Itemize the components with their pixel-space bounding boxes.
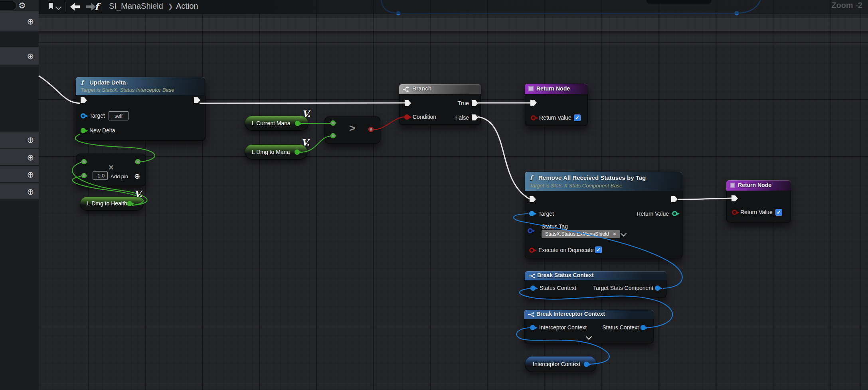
exec-out-pin[interactable]	[194, 97, 200, 103]
node-break-interceptor-context[interactable]: Break Interceptor Context Interceptor Co…	[524, 310, 654, 343]
variable-out-pin[interactable]	[295, 121, 300, 126]
node-return-2[interactable]: Return Node Return Value ✓	[726, 180, 791, 223]
circle-plus-icon[interactable]: ⊕	[27, 52, 34, 60]
add-pin-icon[interactable]: ⊕	[134, 173, 140, 180]
add-pin-label[interactable]: Add pin	[111, 173, 128, 179]
compare-input-b-pin[interactable]	[330, 133, 336, 138]
true-exec-pin[interactable]	[472, 100, 478, 106]
gameplay-tag-chip[interactable]: StatsX.Status.ExManaShield✕	[542, 230, 620, 238]
node-return-1[interactable]: Return Node Return Value ✓	[525, 84, 588, 126]
exec-in-pin[interactable]	[732, 195, 738, 201]
node-multiply[interactable]: × -1,0 Add pin ⊕	[76, 154, 146, 186]
tag-dropdown-chevron-icon[interactable]	[621, 230, 627, 237]
node-title: Return Node	[536, 85, 570, 92]
variable-out-pin[interactable]	[584, 362, 589, 367]
node-break-status-context[interactable]: Break Status Context Status Context Targ…	[525, 271, 666, 298]
back-arrow-icon[interactable]	[70, 2, 80, 11]
circle-plus-icon[interactable]: ⊕	[27, 136, 34, 144]
return-value-pin[interactable]	[531, 115, 536, 120]
node-title: Update Delta	[89, 79, 126, 86]
exec-in-pin[interactable]	[530, 100, 537, 106]
variable-label: L Current Mana	[252, 120, 291, 126]
node-get-dmg-to-mana[interactable]: L Dmg to Mana	[245, 144, 308, 160]
sidebar-header: ⚙	[0, 0, 39, 11]
node-header[interactable]	[399, 84, 481, 94]
function-icon: f	[81, 79, 83, 87]
new-delta-pin[interactable]	[81, 128, 86, 133]
pin-label: Return Value	[539, 114, 571, 121]
variable-label: L Dmg to Health	[87, 200, 127, 207]
pin-label: Return Value	[637, 211, 669, 217]
bookmark-icon[interactable]	[48, 2, 54, 10]
target-stats-component-out-pin[interactable]	[655, 286, 660, 291]
expand-node-chevron-icon[interactable]	[586, 334, 592, 340]
toolbar-separator	[101, 2, 101, 12]
multiply-literal-value[interactable]: -1,0	[93, 171, 108, 180]
exec-in-pin[interactable]	[530, 196, 536, 202]
variable-badge: V.	[302, 108, 310, 119]
function-icon: f	[95, 1, 99, 12]
tag-remove-icon[interactable]: ✕	[613, 231, 617, 237]
pin-label: True	[458, 100, 469, 106]
exec-out-pin[interactable]	[671, 196, 678, 202]
pin-label: False	[455, 114, 469, 121]
exec-in-pin[interactable]	[405, 100, 411, 106]
target-default-value[interactable]: self	[109, 111, 129, 120]
target-pin[interactable]	[81, 113, 86, 118]
sidebar-category-row[interactable]: ⊕	[0, 132, 39, 148]
compare-input-a-pin[interactable]	[330, 120, 336, 126]
return-value-pin[interactable]	[672, 211, 677, 216]
pin-label: Condition	[413, 114, 436, 120]
status-tag-pin[interactable]	[528, 228, 533, 233]
node-remove-statuses[interactable]: f Remove All Received Statuses by Tag Ta…	[525, 172, 682, 258]
circle-plus-icon[interactable]: ⊕	[27, 153, 34, 162]
node-greater-than[interactable]: >	[324, 116, 380, 144]
node-get-interceptor-context[interactable]: Interceptor Context	[525, 356, 597, 372]
sidebar-category-row[interactable]: ⊕	[0, 166, 39, 183]
execute-checkbox[interactable]: ✓	[595, 246, 602, 253]
return-value-pin[interactable]	[732, 210, 737, 215]
multiply-input-b-pin[interactable]	[81, 173, 87, 178]
sidebar-category-row[interactable]: ⊕	[0, 149, 39, 165]
greater-than-icon: >	[349, 122, 355, 134]
compare-output-pin[interactable]	[368, 127, 374, 132]
node-get-current-mana[interactable]: L Current Mana	[245, 116, 308, 131]
circle-plus-icon[interactable]: ⊕	[27, 187, 34, 196]
breadcrumb-current[interactable]: Action	[176, 2, 198, 11]
sidebar-category-row[interactable]: ⊕	[0, 47, 39, 65]
exec-in-pin[interactable]	[81, 97, 87, 103]
breadcrumb-root[interactable]: SI_ManaShield	[109, 2, 163, 11]
gear-icon[interactable]: ⚙	[18, 0, 26, 11]
multiply-icon: ×	[109, 162, 114, 173]
multiply-input-a-pin[interactable]	[81, 159, 87, 164]
node-update-delta[interactable]: f Update Delta Target is StatsX: Status …	[76, 77, 206, 141]
break-struct-icon	[528, 312, 535, 317]
variable-out-pin[interactable]	[127, 201, 132, 206]
node-subtitle: Target is Stats X Stats Component Base	[530, 183, 622, 189]
status-context-out-pin[interactable]	[641, 325, 646, 330]
pin-label: Target	[89, 112, 105, 119]
multiply-output-pin[interactable]	[135, 159, 140, 164]
status-context-in-pin[interactable]	[530, 286, 536, 291]
target-pin[interactable]	[529, 211, 534, 216]
condition-pin[interactable]	[404, 114, 409, 120]
execute-on-deprecate-pin[interactable]	[529, 248, 534, 253]
circle-plus-icon[interactable]: ⊕	[27, 170, 34, 179]
node-title: Return Node	[738, 182, 771, 188]
return-value-checkbox[interactable]: ✓	[775, 209, 782, 216]
interceptor-context-in-pin[interactable]	[530, 325, 535, 330]
return-value-checkbox[interactable]: ✓	[574, 114, 581, 121]
circle-plus-icon[interactable]: ⊕	[27, 17, 34, 26]
chevron-down-icon[interactable]	[55, 4, 62, 10]
sidebar-category-row[interactable]: ⊕	[0, 183, 39, 200]
branch-icon	[402, 86, 410, 93]
variable-out-pin[interactable]	[295, 150, 300, 155]
pin-label: Status Tag	[542, 223, 568, 230]
sidebar-search-pill[interactable]	[0, 1, 17, 10]
sidebar-category-row[interactable]: ⊕	[0, 11, 39, 32]
node-branch[interactable]: Branch Condition True False	[399, 84, 481, 125]
pin-label: Status Context	[540, 285, 576, 291]
graph-highlight-band	[39, 18, 868, 31]
false-exec-pin[interactable]	[472, 114, 478, 120]
node-title: Branch	[412, 85, 431, 92]
